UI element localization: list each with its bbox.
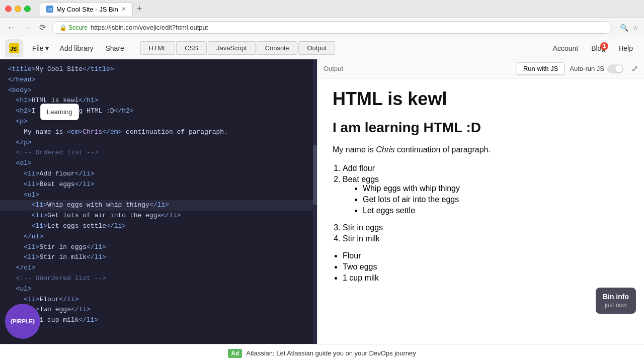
tab-css[interactable]: CSS [176, 41, 207, 55]
editor-scrollbar-thumb[interactable] [313, 145, 317, 205]
code-editor[interactable]: <title>My Cool Site</title> </head> <bod… [0, 59, 317, 331]
tab-close-btn[interactable]: ✕ [121, 6, 126, 13]
share-button[interactable]: Share [99, 41, 130, 55]
code-line: </p> [0, 138, 317, 148]
code-line: <li>Two eggs</li> [0, 305, 317, 315]
output-label: Output [324, 65, 343, 72]
address-bar: ← → ⟳ 🔒 Secure https://jsbin.com/vovejic… [0, 18, 644, 37]
tab-title: My Cool Site - JS Bin [56, 6, 118, 13]
list-item: Stir in milk [343, 234, 629, 243]
minimize-window-btn[interactable] [15, 6, 21, 12]
main-content: <title>My Cool Site</title> </head> <bod… [0, 59, 644, 344]
code-line: <li>Flour</li> [0, 295, 317, 305]
maximize-window-btn[interactable] [24, 6, 31, 12]
address-icons: 🔍 ☆ [620, 24, 639, 32]
jsbin-logo-icon: JS [9, 43, 19, 53]
autorun-label: Auto-run JS [570, 65, 604, 72]
address-input[interactable]: 🔒 Secure https://jsbin.com/vovejic/edit?… [52, 21, 612, 34]
output-h2: I am learning HTML :D [333, 120, 629, 136]
back-button[interactable]: ← [5, 22, 17, 33]
list-item: Flour [343, 251, 629, 260]
tab-javascript[interactable]: JavaScript [208, 41, 256, 55]
secure-badge: 🔒 Secure [59, 24, 88, 31]
code-line: <li>Beat eggs</li> [0, 179, 317, 190]
code-line: <li>Whip eggs with whip thingy</li> [0, 200, 317, 211]
code-line: <!-- Ordered list --> [0, 148, 317, 158]
panel-tabs: HTML CSS JavaScript Console Output [140, 41, 336, 55]
browser-titlebar: JS My Cool Site - JS Bin ✕ + [0, 0, 644, 18]
learning-tooltip: Learning [40, 104, 79, 120]
star-icon[interactable]: ☆ [632, 24, 639, 32]
output-header: Output Run with JS Auto-run JS ⤢ [317, 59, 644, 78]
purple-circle-button[interactable]: {PIRPLE} [5, 304, 40, 339]
search-icon[interactable]: 🔍 [620, 24, 628, 32]
code-line: <li>Stir in eggs</li> [0, 242, 317, 253]
code-line: <li>Let eggs settle</li> [0, 221, 317, 232]
code-line: My name is <em>Chris</em> continuation o… [0, 127, 317, 138]
code-line: <body> [0, 85, 317, 96]
code-line: <ul> [0, 190, 317, 201]
new-tab-button[interactable]: + [135, 4, 144, 14]
blog-notification-badge: 1 [600, 42, 608, 50]
tab-console[interactable]: Console [257, 41, 298, 55]
blog-badge-container: Blog 1 [591, 44, 605, 52]
code-line: <li>Stir in milk</li> [0, 252, 317, 263]
code-line: </head> [0, 75, 317, 85]
forward-button[interactable]: → [21, 22, 33, 33]
help-button[interactable]: Help [612, 41, 639, 55]
autorun-toggle[interactable] [607, 64, 623, 73]
code-line: <li>Add flour</li> [0, 169, 317, 179]
code-line: <li>1 cup milk</li> [0, 315, 317, 326]
list-item: Two eggs [343, 262, 629, 272]
expand-output-button[interactable]: ⤢ [631, 64, 638, 73]
output-nested-ul: Whip eggs with whip thingy Get lots of a… [363, 184, 629, 215]
output-panel: Output Run with JS Auto-run JS ⤢ HTML is… [317, 59, 644, 344]
code-line: <ol> [0, 158, 317, 169]
output-ul: Flour Two eggs 1 cup milk [343, 251, 629, 283]
output-paragraph: My name is Chris continuation of paragra… [333, 144, 629, 156]
blog-button[interactable]: Blog 1 [585, 41, 611, 55]
editor-scrollbar[interactable] [313, 59, 317, 344]
bin-info-time: just now [603, 302, 629, 309]
code-line: </ol> [0, 263, 317, 274]
add-library-button[interactable]: Add library [54, 41, 100, 55]
list-item: Beat eggs Whip eggs with whip thingy Get… [343, 175, 629, 215]
bin-info-title: Bin info [603, 293, 629, 301]
ad-badge: Ad [228, 349, 242, 358]
tab-favicon: JS [46, 6, 53, 13]
code-line: <!-- Unordered list --> [0, 274, 317, 284]
right-nav: Account Blog 1 Help [547, 41, 639, 55]
list-item: 1 cup milk [343, 274, 629, 283]
close-window-btn[interactable] [5, 6, 12, 12]
list-item: Let eggs settle [363, 206, 629, 215]
output-em: Chris [376, 145, 394, 154]
tab-bar: JS My Cool Site - JS Bin ✕ + [40, 3, 144, 16]
tab-html[interactable]: HTML [140, 41, 175, 55]
list-item: Add flour [343, 164, 629, 173]
code-line: <li>Get lots of air into the eggs</li> [0, 211, 317, 221]
lock-icon: 🔒 [59, 24, 67, 31]
ad-text: Atlassian: Let Atlassian guide you on yo… [246, 349, 416, 357]
traffic-lights [5, 6, 31, 12]
run-with-js-button[interactable]: Run with JS [517, 62, 565, 75]
output-h1: HTML is kewl [333, 88, 629, 110]
code-line: </ul> [0, 232, 317, 242]
output-ol: Add flour Beat eggs Whip eggs with whip … [343, 164, 629, 243]
account-button[interactable]: Account [547, 41, 585, 55]
svg-text:JS: JS [10, 46, 17, 52]
url-text: https://jsbin.com/vovejic/edit?html,outp… [91, 24, 208, 31]
tab-output[interactable]: Output [298, 41, 335, 55]
browser-tab[interactable]: JS My Cool Site - JS Bin ✕ [40, 3, 133, 16]
list-item: Whip eggs with whip thingy [363, 184, 629, 193]
list-item: Stir in eggs [343, 223, 629, 232]
file-menu-button[interactable]: File ▾ [27, 41, 54, 55]
autorun-area: Auto-run JS [570, 64, 623, 73]
list-item: Get lots of air into the eggs [363, 195, 629, 204]
editor-panel[interactable]: <title>My Cool Site</title> </head> <bod… [0, 59, 317, 344]
reload-button[interactable]: ⟳ [37, 22, 48, 33]
code-line: <ul> [0, 284, 317, 295]
ad-bar: Ad Atlassian: Let Atlassian guide you on… [0, 344, 644, 362]
app-navbar: JS File ▾ Add library Share HTML CSS Jav… [0, 37, 644, 59]
output-body: HTML is kewl I am learning HTML :D My na… [317, 78, 644, 344]
bin-info-bubble[interactable]: Bin info just now [596, 288, 636, 314]
